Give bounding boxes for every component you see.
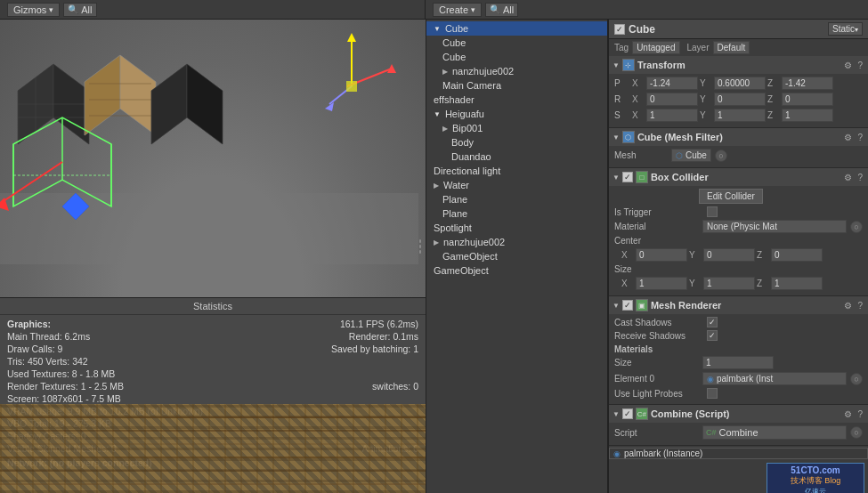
box-collider-settings[interactable]: ⚙	[842, 173, 854, 182]
box-collider-header[interactable]: ▼ ✓ □ Box Collider ⚙ ?	[609, 168, 868, 186]
object-active-checkbox[interactable]: ✓	[614, 24, 625, 35]
mesh-value-icon: ⬡	[676, 151, 683, 160]
element-0-label: Element 0	[614, 374, 699, 384]
hierarchy-item-cube-root[interactable]: ▼ Cube	[426, 21, 607, 36]
rotation-x-field[interactable]	[646, 93, 698, 106]
combine-script-settings[interactable]: ⚙	[842, 409, 854, 419]
layer-label: Layer	[687, 43, 710, 53]
hierarchy-search[interactable]: 🔍 All	[485, 3, 518, 17]
box-collider-body: Edit Collider Is Trigger Material None (…	[609, 186, 868, 295]
mesh-filter-header[interactable]: ▼ ⬡ Cube (Mesh Filter) ⚙ ?	[609, 128, 868, 146]
mesh-renderer-checkbox[interactable]: ✓	[622, 300, 633, 311]
hierarchy-item-label: Spotlight	[434, 222, 472, 233]
edit-collider-button[interactable]: Edit Collider	[699, 189, 763, 204]
mesh-renderer-help[interactable]: ?	[856, 301, 864, 311]
hierarchy-item-body[interactable]: Body	[426, 135, 607, 150]
use-light-probes-checkbox[interactable]	[707, 388, 718, 399]
hierarchy-item-water[interactable]: ▶ Water	[426, 178, 607, 192]
materials-size-field[interactable]	[702, 356, 774, 369]
mesh-renderer-header[interactable]: ▼ ✓ ▣ Mesh Renderer ⚙ ?	[609, 296, 868, 314]
hierarchy-item-label: Main Camera	[442, 80, 501, 91]
element-0-value: ◉ palmbark (Inst	[702, 372, 847, 385]
size-y-field[interactable]	[703, 277, 755, 290]
position-label: P	[614, 78, 630, 88]
use-light-probes-label: Use Light Probes	[614, 389, 703, 399]
mesh-filter-help[interactable]: ?	[856, 133, 864, 142]
hierarchy-item-main-camera[interactable]: Main Camera	[426, 78, 607, 93]
hierarchy-item-gameobject1[interactable]: GameObject	[426, 249, 607, 263]
center-x-field[interactable]	[636, 248, 687, 262]
rz-axis: Z	[767, 94, 780, 104]
mesh-filter-settings[interactable]: ⚙	[842, 133, 854, 142]
hierarchy-item-directional-light[interactable]: Directional light	[426, 164, 607, 178]
center-y-field[interactable]	[703, 248, 755, 262]
mesh-renderer-title: Mesh Renderer	[651, 300, 840, 311]
rotation-y-field[interactable]	[714, 93, 766, 106]
expand-triangle: ▼	[612, 174, 620, 182]
element-0-text: palmbark (Inst	[717, 374, 773, 384]
scale-z-field[interactable]	[782, 109, 833, 122]
combine-script-header[interactable]: ▼ ✓ C# Combine (Script) ⚙ ?	[609, 405, 868, 423]
material-label: Material	[614, 222, 699, 231]
scale-x-field[interactable]	[646, 109, 698, 122]
combine-script-checkbox[interactable]: ✓	[622, 408, 633, 419]
layer-value[interactable]: Default	[713, 41, 750, 54]
size-x-field[interactable]	[636, 277, 687, 290]
tag-value[interactable]: Untagged	[632, 41, 679, 54]
hierarchy-item-plane2[interactable]: Plane	[426, 206, 607, 221]
script-select-button[interactable]: ○	[850, 426, 863, 439]
hierarchy-item-duandao[interactable]: Duandao	[426, 150, 607, 164]
expand-triangle: ▼	[612, 410, 620, 418]
component-help-button[interactable]: ?	[856, 61, 864, 70]
mesh-renderer-settings[interactable]: ⚙	[842, 301, 854, 311]
hierarchy-item-gameobject2[interactable]: GameObject	[426, 263, 607, 278]
transform-header[interactable]: ▼ ⊹ Transform ⚙ ?	[609, 56, 868, 74]
element-0-select-button[interactable]: ○	[850, 373, 863, 385]
receive-shadows-checkbox[interactable]	[707, 330, 718, 341]
watermark-container: 51CTO.com 技术博客 Blog 亿速云	[767, 463, 864, 493]
material-value-text: None (Physic Mat	[707, 222, 777, 231]
box-collider-help[interactable]: ?	[856, 173, 864, 182]
gizmos-button[interactable]: Gizmos	[7, 3, 60, 17]
position-y-field[interactable]	[714, 77, 766, 90]
hierarchy-item-label: Cube	[442, 37, 466, 48]
hierarchy-item-plane1[interactable]: Plane	[426, 192, 607, 206]
expand-icon: ▶	[442, 68, 448, 76]
hierarchy-panel: ▼ Cube Cube Cube ▶ nanzhujue002 Main Cam…	[426, 20, 608, 493]
combine-script-help[interactable]: ?	[856, 409, 864, 419]
renderer-value: Renderer: 0.1ms	[349, 331, 418, 342]
hierarchy-item-bip001[interactable]: ▶ Bip001	[426, 121, 607, 135]
hierarchy-item-nanzhujue002[interactable]: ▶ nanzhujue002	[426, 64, 607, 78]
hierarchy-item-nanzhujue002b[interactable]: ▶ nanzhujue002	[426, 235, 607, 249]
stats-title: Statistics	[0, 298, 426, 315]
is-trigger-checkbox[interactable]	[707, 206, 718, 217]
materials-section: Materials	[614, 343, 863, 354]
inspector-tag-row: Tag Untagged Layer Default	[609, 39, 868, 56]
cast-shadows-checkbox[interactable]	[707, 317, 718, 327]
size-z-field[interactable]	[771, 277, 823, 290]
material-select-button[interactable]: ○	[850, 221, 863, 233]
mesh-renderer-actions: ⚙ ?	[842, 301, 864, 311]
box-collider-checkbox[interactable]: ✓	[622, 172, 633, 182]
center-z-field[interactable]	[771, 248, 823, 262]
inspector-title-row: ✓ Cube Static	[609, 20, 868, 39]
create-button[interactable]: Create	[433, 3, 482, 17]
position-z-field[interactable]	[782, 77, 833, 90]
hierarchy-item-spotlight[interactable]: Spotlight	[426, 221, 607, 235]
component-settings-button[interactable]: ⚙	[842, 61, 854, 70]
hierarchy-item-cube-child2[interactable]: Cube	[426, 50, 607, 64]
top-bar: Gizmos 🔍 All Create 🔍 All	[0, 0, 868, 20]
hierarchy-item-heiguafu[interactable]: ▼ Heiguafu	[426, 107, 607, 121]
position-x-field[interactable]	[646, 77, 698, 90]
hierarchy-item-cube-child1[interactable]: Cube	[426, 36, 607, 50]
box-collider-component: ▼ ✓ □ Box Collider ⚙ ? Edit Collider	[609, 168, 868, 296]
script-value-text: Combine	[719, 427, 758, 438]
rotation-z-field[interactable]	[782, 93, 833, 106]
mesh-renderer-body: Cast Shadows Receive Shadows Materials S…	[609, 314, 868, 404]
scale-y-field[interactable]	[714, 109, 766, 122]
hierarchy-item-label: nanzhujue002	[443, 237, 505, 247]
scene-search[interactable]: 🔍 All	[63, 3, 96, 17]
mesh-select-button[interactable]: ○	[715, 150, 727, 162]
static-button[interactable]: Static	[828, 22, 863, 36]
hierarchy-item-effshader[interactable]: effshader	[426, 93, 607, 107]
